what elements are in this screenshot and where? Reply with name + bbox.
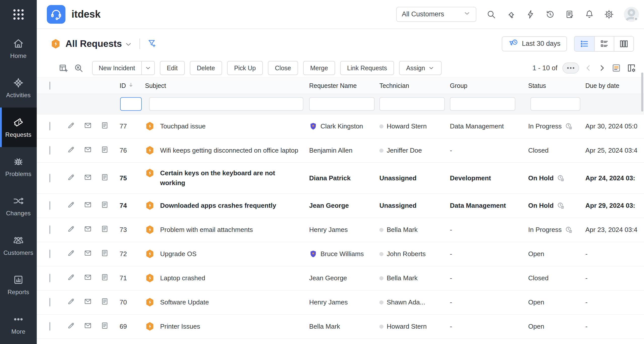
notifications-icon[interactable] [585,10,594,19]
requester-name[interactable]: Henry James [309,298,348,306]
email-row-icon[interactable] [84,200,92,211]
date-range-button[interactable]: Last 30 days [502,36,567,51]
column-header-subject[interactable]: Subject [145,82,309,89]
edit-row-icon[interactable] [67,297,75,307]
request-subject[interactable]: Touchpad issue [160,121,206,131]
email-row-icon[interactable] [84,321,92,332]
technician-name[interactable]: Unassigned [379,174,416,182]
requester-name[interactable]: Bruce Williams [320,250,364,258]
edit-row-icon[interactable] [67,121,75,131]
vertical-scrollbar[interactable] [641,73,643,112]
email-row-icon[interactable] [84,225,92,235]
request-subject[interactable]: Upgrade OS [160,249,197,259]
approvals-icon[interactable] [565,10,575,19]
add-filter-icon[interactable] [147,38,157,49]
notes-row-icon[interactable] [100,200,109,211]
table-row[interactable]: 69 Printer Issues Bella Mark Howard Ster… [37,315,644,339]
list-view-button[interactable] [575,37,594,51]
board-view-button[interactable] [614,37,633,51]
row-checkbox[interactable] [49,201,50,210]
history-icon[interactable] [545,10,555,19]
row-checkbox[interactable] [49,174,50,182]
app-launcher-button[interactable] [0,0,37,29]
assign-button[interactable]: Assign [399,61,442,75]
technician-name[interactable]: John Roberts [387,250,426,258]
filter-input-subject[interactable] [149,97,303,111]
column-header-requester[interactable]: Requester Name [309,82,379,89]
search-icon[interactable] [486,10,496,19]
view-selector-chevron-icon[interactable] [122,38,132,49]
sidebar-item-more[interactable]: More [0,305,37,344]
table-row[interactable]: 77 Touchpad issue Clark Kingston Howard … [37,114,644,139]
requester-name[interactable]: Bella Mark [309,323,340,330]
new-incident-button[interactable]: New Incident [93,61,141,75]
technician-name[interactable]: Bella Mark [387,226,418,234]
requester-name[interactable]: Diana Patrick [309,174,351,182]
request-subject[interactable]: Printer Issues [160,322,200,331]
email-row-icon[interactable] [84,273,92,283]
notes-row-icon[interactable] [100,297,109,307]
column-header-due[interactable]: Due by date [585,82,644,89]
select-all-checkbox[interactable] [49,82,50,90]
notes-row-icon[interactable] [100,273,109,283]
notes-row-icon[interactable] [100,225,109,235]
edit-button[interactable]: Edit [160,61,185,75]
notes-row-icon[interactable] [100,121,109,131]
row-checkbox[interactable] [49,122,50,130]
card-view-button[interactable] [594,37,614,51]
row-checkbox[interactable] [49,298,50,306]
edit-row-icon[interactable] [67,145,75,156]
requester-name[interactable]: Clark Kingston [320,122,363,130]
delete-button[interactable]: Delete [190,61,222,75]
email-row-icon[interactable] [84,145,92,156]
requester-name[interactable]: Benjamin Allen [309,147,352,154]
sidebar-item-requests[interactable]: Requests [0,108,37,147]
clear-search-icon[interactable] [74,63,84,73]
edit-row-icon[interactable] [67,321,75,332]
filter-input-technician[interactable] [379,97,445,111]
row-checkbox[interactable] [49,225,50,234]
row-checkbox[interactable] [49,322,50,331]
table-row[interactable]: 70 Software Update Henry James Shawn Ada… [37,290,644,315]
table-row[interactable]: 72 Upgrade OS Bruce Williams John Robert… [37,242,644,266]
email-row-icon[interactable] [84,249,92,259]
requester-name[interactable]: Jean George [309,202,349,210]
request-subject[interactable]: Certain keys on the keyboard are not wor… [160,168,301,188]
table-row[interactable]: 75 Certain keys on the keyboard are not … [37,163,644,194]
sidebar-item-activities[interactable]: Activities [0,68,37,108]
request-subject[interactable]: Laptop crashed [160,273,205,283]
email-row-icon[interactable] [84,173,92,183]
edit-row-icon[interactable] [67,225,75,235]
column-header-technician[interactable]: Technician [379,82,450,89]
sort-descending-icon[interactable] [128,82,134,89]
add-column-icon[interactable] [58,63,68,73]
new-incident-dropdown[interactable] [141,61,154,75]
column-settings-icon[interactable] [626,63,636,73]
email-row-icon[interactable] [84,297,92,307]
next-page-button[interactable] [598,64,606,72]
sidebar-item-changes[interactable]: Changes [0,186,37,226]
user-avatar[interactable] [624,7,639,22]
filter-input-status[interactable] [530,97,580,111]
technician-name[interactable]: Howard Stern [387,122,427,130]
technician-name[interactable]: Bella Mark [387,274,418,282]
sidebar-item-customers[interactable]: Customers [0,226,37,265]
edit-row-icon[interactable] [67,173,75,183]
email-row-icon[interactable] [84,121,92,131]
technician-name[interactable]: Unassigned [379,202,416,210]
total-count-button[interactable] [562,62,579,74]
table-row[interactable]: 71 Laptop crashed Jean George Bella Mark… [37,266,644,290]
settings-icon[interactable] [604,10,614,19]
request-subject[interactable]: Problem with email attachments [160,225,253,235]
prev-page-button[interactable] [584,64,593,72]
close-button[interactable]: Close [268,61,298,75]
summary-view-icon[interactable] [611,63,621,73]
request-subject[interactable]: Downloaded apps crashes frequently [160,201,276,211]
edit-row-icon[interactable] [67,249,75,259]
sidebar-item-reports[interactable]: Reports [0,265,37,304]
filter-input-group[interactable] [450,97,515,111]
column-header-group[interactable]: Group [450,82,528,89]
request-subject[interactable]: Wifi keeps getting disconnected on offic… [160,146,298,155]
column-header-id[interactable]: ID [120,82,126,89]
technician-name[interactable]: Jeniffer Doe [387,147,422,154]
